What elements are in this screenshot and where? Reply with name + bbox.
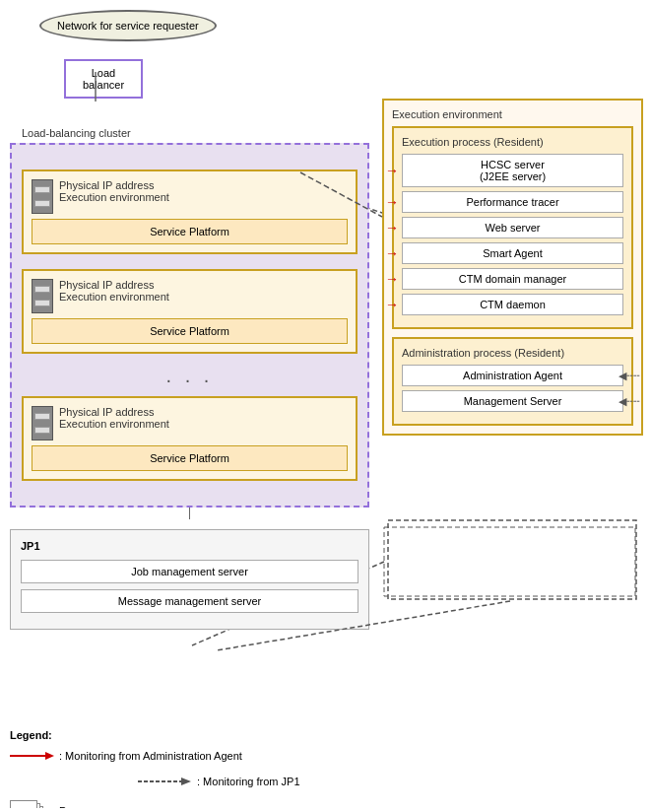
service-platform-label-2: Service Platform [150,325,229,337]
physical-ip-1: Physical IP address [59,179,169,191]
page-wrapper: Network for service requester Loadbalanc… [0,0,651,808]
jp1-box: JP1 Job management server Message manage… [10,529,369,630]
network-cloud: Network for service requester [39,10,217,41]
exec-env-1: Physical IP address Execution environmen… [22,169,358,254]
job-management-server-box: Job management server [21,560,358,583]
vertical-connector [189,508,191,519]
admin-agent-label: Administration Agent [463,370,562,381]
exec-env-label-3: Execution environment [59,418,169,430]
service-platform-label-3: Service Platform [150,452,229,464]
ctm-domain-item: → CTM domain manager [402,268,623,290]
performance-tracer-label: Performance tracer [466,196,558,208]
physical-ip-2: Physical IP address [59,279,169,291]
performance-tracer-item: → Performance tracer [402,191,623,213]
load-balancing-cluster: Load-balancing cluster Physical IP addre… [10,143,369,508]
server-icon-2 [32,279,53,313]
exec-env-label-1: Execution environment [59,191,169,203]
legend-row-red: : Monitoring from Administration Agent [10,749,300,763]
red-arrow-4: → [385,245,399,261]
red-arrow-3: → [385,220,399,236]
load-balancer-label: Loadbalancer [83,67,124,91]
message-management-label: Message management server [118,595,262,607]
admin-agent-item: Administration Agent ◀╌╌ [402,365,623,386]
svg-marker-11 [181,778,191,785]
job-management-label: Job management server [131,566,248,577]
web-server-item: → Web server [402,217,623,238]
admin-process-label: Administration process (Resident) [402,347,623,359]
smart-agent-label: Smart Agent [483,247,543,259]
exec-env-label-2: Execution environment [59,291,169,303]
exec-env-right: Execution environment Execution process … [382,99,643,436]
legend-row-dashed: : Monitoring from JP1 [10,775,300,788]
legend-process-front [10,800,37,808]
exec-env-2: Physical IP address Execution environmen… [22,269,358,354]
svg-marker-9 [45,752,54,760]
legend-process-label: : Process [53,805,98,808]
legend: Legend: : Monitoring from Administration… [10,729,300,808]
cluster-label: Load-balancing cluster [22,127,131,139]
svg-rect-2 [384,527,635,596]
exec-env-right-label: Execution environment [392,108,633,120]
message-management-server-box: Message management server [21,589,358,613]
exec-process-label: Execution process (Resident) [402,136,623,148]
management-server-item: Management Server ◀╌╌ [402,390,623,412]
right-panel: Execution environment Execution process … [382,99,643,436]
red-arrow-5: → [385,271,399,287]
service-platform-1: Service Platform [32,219,348,244]
hcsc-server-item: → HCSC server(J2EE server) [402,154,623,187]
service-platform-label-1: Service Platform [150,226,229,237]
legend-red-arrow-svg [10,749,54,763]
red-arrow-6: → [385,297,399,312]
legend-red-arrow-label: : Monitoring from Administration Agent [59,750,242,762]
legend-dashed-arrow-label: : Monitoring from JP1 [197,776,300,787]
dashed-arrow-admin: ◀╌╌ [618,370,640,382]
web-server-label: Web server [485,222,540,234]
hcsc-server-label: HCSC server(J2EE server) [480,159,546,182]
physical-ip-3: Physical IP address [59,406,169,418]
smart-agent-item: → Smart Agent [402,242,623,264]
left-panel: Loadbalancer Load-balancing cluster Phys… [10,59,369,630]
server-icon-1 [32,179,53,214]
svg-rect-5 [388,520,636,599]
legend-row-process: : Process [10,800,300,808]
service-platform-3: Service Platform [32,445,348,471]
dashed-arrow-mgmt: ◀╌╌ [618,395,640,408]
server-icon-3 [32,406,53,440]
dots: · · · [22,369,358,391]
exec-env-3: Physical IP address Execution environmen… [22,396,358,481]
management-server-label: Management Server [464,395,562,407]
jp1-label: JP1 [21,540,358,552]
network-cloud-container: Network for service requester [20,10,217,49]
service-platform-2: Service Platform [32,318,348,344]
load-balancer-box: Loadbalancer [64,59,143,99]
ctm-daemon-label: CTM daemon [480,299,546,310]
ctm-daemon-item: → CTM daemon [402,294,623,315]
legend-title: Legend: [10,729,300,741]
ctm-domain-label: CTM domain manager [459,273,566,285]
legend-dashed-arrow-svg [138,775,192,788]
exec-process-box: Execution process (Resident) → HCSC serv… [392,126,633,329]
admin-process-box: Administration process (Resident) Admini… [392,337,633,426]
network-cloud-label: Network for service requester [57,20,199,32]
red-arrow-1: → [385,163,399,178]
red-arrow-2: → [385,194,399,210]
